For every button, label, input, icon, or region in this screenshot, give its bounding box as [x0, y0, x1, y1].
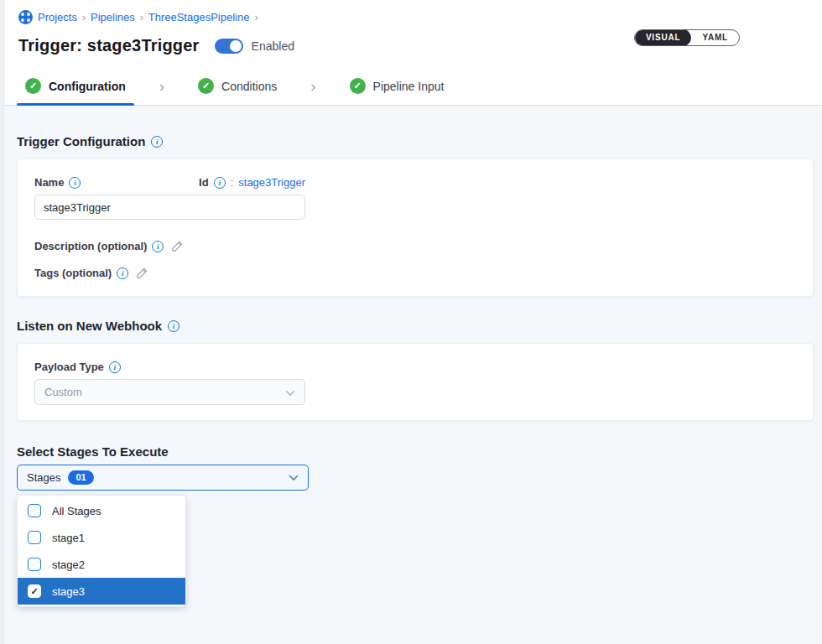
chevron-right-icon: › [140, 12, 143, 23]
payload-type-label-text: Payload Type [34, 361, 104, 373]
edit-pencil-icon[interactable] [171, 240, 184, 252]
yaml-toggle-button[interactable]: YAML [691, 29, 739, 46]
edit-pencil-icon[interactable] [136, 267, 148, 279]
tags-label: Tags (optional) i [34, 267, 128, 279]
stages-option-all-stages[interactable]: All Stages [18, 497, 185, 524]
section-heading-text: Listen on New Webhook [17, 319, 162, 333]
chevron-down-icon [285, 385, 295, 400]
enabled-toggle-label: Enabled [252, 39, 294, 53]
tab-label: Configuration [49, 80, 126, 93]
stages-heading: Select Stages To Execute [17, 444, 814, 459]
stages-dropdown-panel: All Stages stage1 stage2 ✓ stage3 [17, 495, 186, 607]
breadcrumb-link-projects[interactable]: Projects [38, 11, 77, 23]
chevron-right-icon: › [82, 12, 86, 23]
stages-option-stage2[interactable]: stage2 [18, 551, 185, 578]
checkbox-checked[interactable]: ✓ [28, 584, 41, 598]
page-title: Trigger: stage3Trigger [18, 36, 200, 55]
breadcrumb-link-pipeline-name[interactable]: ThreeStagesPipeline [148, 11, 250, 23]
checkbox-unchecked[interactable] [28, 558, 41, 571]
trigger-page: Projects › Pipelines › ThreeStagesPipeli… [5, 0, 822, 607]
info-icon[interactable]: i [69, 177, 81, 189]
breadcrumb-link-pipelines[interactable]: Pipelines [91, 11, 135, 23]
description-row: Description (optional) i [34, 240, 796, 252]
tab-label: Conditions [221, 80, 277, 93]
tab-label: Pipeline Input [373, 80, 445, 93]
description-label: Description (optional) i [34, 240, 164, 252]
id-label: Id [199, 176, 209, 189]
tab-configuration[interactable]: ✓ Configuration [17, 67, 134, 105]
check-circle-icon: ✓ [25, 78, 41, 94]
enabled-toggle-wrap: Enabled [215, 39, 294, 54]
payload-type-select[interactable]: Custom [34, 379, 305, 405]
chevron-right-icon: › [310, 77, 315, 96]
name-id-row: Name i Id i : stage3Trigger [34, 176, 305, 189]
page-header: Projects › Pipelines › ThreeStagesPipeli… [5, 0, 822, 67]
wizard-tabbar: ✓ Configuration › ✓ Conditions › ✓ Pipel… [5, 67, 822, 106]
info-icon[interactable]: i [168, 320, 179, 332]
main-content: Trigger Configuration i Name i Id i : st… [5, 106, 822, 607]
id-colon: : [231, 176, 234, 189]
payload-type-value: Custom [44, 386, 82, 398]
info-icon[interactable]: i [151, 136, 163, 148]
name-label: Name i [34, 176, 81, 189]
id-value-link[interactable]: stage3Trigger [238, 176, 305, 189]
description-label-text: Description (optional) [34, 240, 147, 252]
stages-multiselect-field[interactable]: Stages 01 [17, 465, 309, 491]
breadcrumb: Projects › Pipelines › ThreeStagesPipeli… [18, 10, 810, 24]
tags-label-text: Tags (optional) [34, 267, 112, 279]
name-input[interactable] [34, 195, 305, 220]
info-icon[interactable]: i [152, 241, 164, 252]
tab-conditions[interactable]: ✓ Conditions [190, 67, 285, 105]
stages-option-label: stage2 [52, 558, 85, 571]
harness-logo-icon[interactable] [18, 10, 33, 24]
stages-option-label: stage3 [52, 585, 85, 598]
chevron-right-icon: › [254, 12, 258, 23]
stages-option-stage1[interactable]: stage1 [18, 524, 185, 551]
section-heading-text: Trigger Configuration [17, 134, 145, 148]
stages-option-stage3[interactable]: ✓ stage3 [18, 578, 185, 605]
active-tab-underline [17, 103, 134, 106]
checkbox-unchecked[interactable] [28, 504, 41, 517]
checkbox-unchecked[interactable] [28, 531, 41, 544]
stages-option-label: All Stages [52, 505, 101, 517]
left-edge-strip [0, 0, 4, 644]
enabled-toggle[interactable] [215, 39, 243, 54]
visual-toggle-button[interactable]: VISUAL [635, 29, 691, 46]
info-icon[interactable]: i [214, 177, 226, 189]
webhook-heading: Listen on New Webhook i [17, 319, 814, 333]
tab-pipeline-input[interactable]: ✓ Pipeline Input [341, 67, 453, 105]
stages-field-label: Stages [27, 471, 60, 484]
check-circle-icon: ✓ [350, 78, 366, 94]
stages-count-badge: 01 [68, 470, 93, 485]
chevron-down-icon [289, 475, 299, 481]
stages-option-label: stage1 [52, 532, 85, 544]
webhook-card: Payload Type i Custom [17, 343, 814, 421]
payload-type-label: Payload Type i [34, 361, 796, 373]
tags-row: Tags (optional) i [34, 267, 796, 279]
trigger-configuration-heading: Trigger Configuration i [17, 134, 814, 148]
name-label-text: Name [34, 176, 64, 189]
check-circle-icon: ✓ [198, 78, 214, 94]
chevron-right-icon: › [159, 77, 164, 96]
trigger-id: Id i : stage3Trigger [199, 176, 305, 189]
toggle-knob [230, 40, 242, 52]
info-icon[interactable]: i [109, 361, 121, 373]
visual-yaml-toggle: VISUAL YAML [634, 29, 740, 46]
trigger-configuration-card: Name i Id i : stage3Trigger Description … [17, 158, 814, 297]
info-icon[interactable]: i [117, 267, 128, 279]
